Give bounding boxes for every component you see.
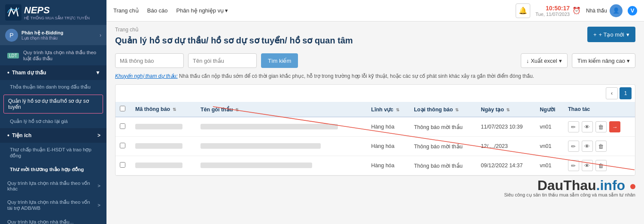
adb-label: Quy trình lựa chọn nhà thầu theo vốn tài… (7, 199, 95, 211)
export-label: Xuất excel (531, 58, 557, 64)
table-header-row: Mã thông báo ⇅ Tên gói thầu ⇅ Lĩnh vực ⇅ (115, 102, 635, 117)
row-1-checkbox[interactable] (120, 123, 125, 129)
pagination: ‹ 1 (115, 85, 635, 102)
topbar-user-area: Nhà thầu 👤 (586, 4, 623, 17)
search-ma-thong-bao[interactable] (115, 53, 184, 68)
search-toolbar: Tìm kiếm ↓ Xuất excel ▾ Tìm kiếm nâng ca… (115, 53, 635, 68)
select-all-checkbox[interactable] (120, 106, 125, 111)
search-button[interactable]: Tìm kiếm (261, 53, 298, 68)
bell-button[interactable]: 🔔 (516, 3, 530, 18)
col-thao-tac: Thao tác (564, 102, 635, 117)
sidebar-item-tham-du-thau[interactable]: • Tham dự thầu ▼ (0, 65, 106, 80)
page-title: Quản lý hồ sơ dự thầu/ hồ sơ dự sơ tuyển… (115, 35, 353, 46)
quan-ly-ho-so-label: Quản lý hồ sơ dự thầu/hồ sơ dự sơ tuyển (8, 98, 98, 110)
row-3-ma (135, 163, 182, 168)
row-2-ngay: 12/..../2023 (477, 137, 535, 156)
sidebar-item-thoa-thuan[interactable]: Thỏa thuận liên danh trong đấu thầu (0, 80, 106, 94)
nav-phan-he[interactable]: Phân hệ nghiệp vụ ▾ (176, 6, 228, 15)
sidebar-item-quan-ly-chao[interactable]: Quản lý hồ sơ chào lại giá (0, 114, 106, 128)
col-loai-sort-icon: ⇅ (455, 107, 459, 112)
table-row: Hàng hóa Thông báo mời thầu 11/07/2023 1… (115, 117, 635, 137)
row-3-delete-button[interactable]: 🗑 (595, 160, 607, 171)
page-body: Trang chủ Quản lý hồ sơ dự thầu/ hồ sơ d… (106, 21, 644, 224)
topbar-date-display: Tue, 11/07/2023 (535, 12, 570, 17)
watermark-thau: Thau (563, 178, 596, 193)
row-2-delete-button[interactable]: 🗑 (595, 141, 607, 152)
row-1-edit-button[interactable]: ✏ (568, 121, 579, 132)
sidebar-user-section[interactable]: P Phân hệ e-Bidding Lựa chọn nhà thầu › (0, 25, 106, 46)
thoa-thuan-label: Thỏa thuận liên danh trong đấu thầu (10, 84, 91, 90)
row-3-ten (200, 163, 312, 168)
topbar-user-avatar: 👤 (610, 4, 623, 17)
row-1-view-button[interactable]: 👁 (582, 121, 593, 132)
page-1-button[interactable]: 1 (620, 87, 632, 99)
export-button[interactable]: ↓ Xuất excel ▾ (521, 53, 568, 68)
tien-ich-arrow: > (97, 132, 100, 138)
row-2-nguoi: vn01 (535, 137, 564, 156)
col-ma-sort-icon: ⇅ (173, 107, 176, 112)
alarm-icon: ⏰ (572, 6, 581, 15)
sidebar-item-thu-moi[interactable]: Thư mời thương thảo hợp đồng (0, 163, 106, 176)
table-row: Hàng hóa Thông báo mời thầu 12/..../2023… (115, 137, 635, 156)
row-3-checkbox[interactable] (120, 162, 125, 168)
row-1-ngay: 11/07/2023 10:39 (477, 117, 535, 137)
col-loai-thong-bao: Loại thông báo ⇅ (410, 102, 477, 117)
row-1-delete-button[interactable]: 🗑 (595, 121, 607, 132)
row-1-ma (135, 124, 182, 129)
nav-bao-cao[interactable]: Báo cáo (147, 6, 168, 15)
row-2-ma (135, 143, 182, 149)
watermark-info: .info (596, 178, 626, 193)
export-arrow-icon: ▾ (559, 58, 562, 64)
sidebar: NEPS HỆ THỐNG MUA SẮM TRỰC TUYẾN P Phân … (0, 0, 106, 224)
topbar: Trang chủ Báo cáo Phân hệ nghiệp vụ ▾ 🔔 … (106, 0, 644, 21)
sidebar-user-title: Phân hệ e-Bidding (21, 30, 96, 36)
sidebar-item-more[interactable]: Quy trình lựa chọn nhà thầu... (0, 215, 106, 224)
nav-trang-chu[interactable]: Trang chủ (113, 6, 139, 15)
sidebar-item-ldt[interactable]: LDT Quy trình lựa chọn nhà thầu theo luậ… (0, 46, 106, 65)
quan-ly-chao-label: Quản lý hồ sơ chào lại giá (10, 118, 68, 124)
row-3-edit-button[interactable]: ✏ (568, 160, 579, 171)
col-ngay-sort-icon: ⇅ (506, 107, 510, 112)
row-3-loai: Thông báo mời thầu (410, 156, 477, 175)
sidebar-item-quan-ly-ho-so[interactable]: Quản lý hồ sơ dự thầu/hồ sơ dự sơ tuyển (3, 95, 103, 114)
row-3-nguoi: vn01 (535, 156, 564, 175)
tham-du-thau-arrow: ▼ (95, 70, 100, 76)
col-ma-thong-bao-label: Mã thông báo (135, 106, 170, 112)
topbar-user-label: Nhà thầu (586, 8, 607, 14)
row-1-arrow-button[interactable]: → (609, 121, 620, 132)
col-nguoi: Người (535, 102, 564, 117)
sidebar-user-info: Phân hệ e-Bidding Lựa chọn nhà thầu (21, 30, 96, 40)
topbar-right: 🔔 10:50:17 Tue, 11/07/2023 ⏰ Nhà thầu 👤 … (516, 3, 637, 18)
create-label: + Tạo mới (599, 31, 624, 38)
row-2-loai: Thông báo mời thầu (410, 137, 477, 156)
watermark-dot (630, 184, 635, 189)
row-2-view-button[interactable]: 👁 (582, 141, 593, 152)
sidebar-item-adb[interactable]: Quy trình lựa chọn nhà thầu theo vốn tài… (0, 195, 106, 215)
row-2-edit-button[interactable]: ✏ (568, 141, 579, 152)
prev-page-button[interactable]: ‹ (606, 87, 618, 99)
create-button[interactable]: + + Tạo mới ▾ (587, 27, 635, 42)
sidebar-item-thu-chap-thuan[interactable]: Thư chấp thuận E-HSDT và trao hợp đồng (0, 143, 106, 163)
advanced-search-button[interactable]: Tìm kiếm nâng cao ▾ (572, 53, 635, 68)
col-checkbox (115, 102, 131, 117)
advanced-search-label: Tìm kiếm nâng cao (577, 58, 625, 64)
col-linh-vuc-sort-icon: ⇅ (396, 107, 399, 112)
export-icon: ↓ (526, 58, 529, 64)
advanced-search-icon: ▾ (627, 58, 630, 64)
main-wrapper: Trang chủ Báo cáo Phân hệ nghiệp vụ ▾ 🔔 … (106, 0, 644, 224)
breadcrumb: Trang chủ (115, 27, 353, 33)
search-ten-goi-thau[interactable] (188, 53, 257, 68)
v-badge[interactable]: V (628, 6, 637, 15)
col-ma-thong-bao: Mã thông báo ⇅ (131, 102, 196, 117)
row-2-actions: ✏ 👁 🗑 (568, 141, 631, 152)
sidebar-item-tien-ich[interactable]: • Tiện ích > (0, 128, 106, 143)
row-3-view-button[interactable]: 👁 (582, 160, 593, 171)
watermark-area: DauThau.info Siêu công cụ săn tin thầu m… (115, 178, 635, 198)
bell-icon: 🔔 (519, 6, 527, 15)
notice-link[interactable]: Khuyến nghị tham dự thầu: (115, 73, 178, 79)
sidebar-item-von-khac[interactable]: Quy trình lựa chọn nhà thầu theo vốn khá… (0, 176, 106, 195)
sidebar-expand-icon[interactable]: › (100, 32, 101, 38)
watermark-dau: Dau (538, 178, 563, 193)
row-2-checkbox[interactable] (120, 143, 125, 148)
topbar-datetime: 10:50:17 Tue, 11/07/2023 ⏰ (535, 5, 581, 17)
